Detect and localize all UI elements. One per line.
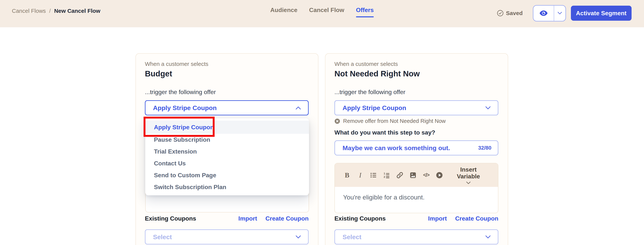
tab-active-underline bbox=[356, 16, 374, 17]
coupon-select[interactable]: Select bbox=[334, 229, 498, 245]
step-say-label: What do you want this step to say? bbox=[334, 129, 498, 136]
flow-tabs: Audience Cancel Flow Offers bbox=[270, 6, 374, 17]
header-actions: Saved bbox=[497, 0, 632, 26]
create-coupon-link[interactable]: Create Coupon bbox=[266, 215, 308, 222]
headline-input-value: Maybe we can work something out. bbox=[342, 144, 450, 152]
preview-options-button[interactable] bbox=[554, 6, 566, 21]
chevron-down-icon bbox=[485, 106, 491, 110]
offer-type-select-value: Apply Stripe Coupon bbox=[153, 104, 217, 112]
trigger-label: ...trigger the following offer bbox=[334, 88, 498, 96]
tab-underline bbox=[270, 16, 298, 17]
tab-cancel-flow[interactable]: Cancel Flow bbox=[309, 6, 344, 17]
remove-offer-label: Remove offer from Not Needed Right Now bbox=[343, 118, 446, 124]
ordered-list-icon[interactable]: 1 2 bbox=[383, 171, 390, 180]
coupon-select[interactable]: Select bbox=[145, 229, 308, 245]
chevron-down-icon bbox=[296, 236, 301, 239]
existing-coupons-label: Existing Coupons bbox=[334, 215, 386, 222]
when-label: When a customer selects bbox=[145, 60, 308, 67]
insert-variable-label: Insert Variable bbox=[457, 166, 480, 180]
trigger-label: ...trigger the following offer bbox=[145, 88, 308, 96]
eye-preview-icon bbox=[539, 10, 548, 16]
remove-offer-button[interactable]: Remove offer from Not Needed Right Now bbox=[334, 118, 498, 124]
offer-panel-budget: When a customer selects Budget ...trigge… bbox=[136, 53, 318, 245]
chevron-up-icon bbox=[296, 106, 301, 110]
dropdown-option-apply-stripe-coupon[interactable]: Apply Stripe Coupon bbox=[145, 121, 309, 134]
svg-text:1: 1 bbox=[384, 172, 385, 175]
offer-type-dropdown-menu: Apply Stripe Coupon Pause Subscription T… bbox=[145, 118, 309, 195]
preview-button[interactable] bbox=[534, 6, 554, 21]
top-bar: Cancel Flows / New Cancel Flow Audience … bbox=[0, 0, 644, 27]
bold-icon[interactable]: B bbox=[343, 171, 351, 180]
saved-label: Saved bbox=[506, 10, 523, 16]
character-counter: 32/80 bbox=[478, 145, 492, 151]
svg-text:2: 2 bbox=[384, 175, 385, 178]
when-label: When a customer selects bbox=[334, 60, 498, 67]
italic-icon[interactable]: I bbox=[356, 171, 364, 180]
tab-offers[interactable]: Offers bbox=[356, 6, 374, 17]
link-icon[interactable] bbox=[396, 171, 404, 180]
insert-variable-button[interactable]: Insert Variable bbox=[448, 166, 488, 184]
rich-text-editor: B I 1 2 bbox=[334, 163, 498, 213]
offer-type-select-value: Apply Stripe Coupon bbox=[342, 104, 406, 112]
remove-x-circle-icon bbox=[334, 118, 340, 124]
breadcrumb-current-page: New Cancel Flow bbox=[54, 8, 100, 14]
import-coupons-link[interactable]: Import bbox=[238, 215, 257, 222]
dropdown-option-pause-subscription[interactable]: Pause Subscription bbox=[145, 134, 309, 146]
editor-toolbar: B I 1 2 bbox=[335, 163, 498, 187]
dropdown-option-switch-subscription-plan[interactable]: Switch Subscription Plan bbox=[145, 181, 309, 193]
tab-underline bbox=[309, 16, 344, 17]
breadcrumb: Cancel Flows / New Cancel Flow bbox=[12, 0, 100, 22]
offer-type-select[interactable]: Apply Stripe Coupon bbox=[145, 100, 308, 115]
dropdown-option-contact-us[interactable]: Contact Us bbox=[145, 158, 309, 169]
breadcrumb-cancel-flows[interactable]: Cancel Flows bbox=[12, 8, 46, 14]
existing-coupons-label: Existing Coupons bbox=[145, 215, 196, 222]
code-icon[interactable]: </> bbox=[422, 171, 430, 180]
video-icon[interactable] bbox=[436, 171, 443, 180]
tab-audience[interactable]: Audience bbox=[270, 6, 298, 17]
coupon-select-placeholder: Select bbox=[153, 233, 172, 241]
breadcrumb-separator: / bbox=[49, 8, 51, 14]
activate-segment-button[interactable]: Activate Segment bbox=[571, 6, 632, 21]
existing-coupons-row: Existing Coupons Import Create Coupon bbox=[334, 215, 498, 222]
editor-body[interactable]: You're eligible for a discount. bbox=[335, 187, 498, 201]
dropdown-option-send-to-custom-page[interactable]: Send to Custom Page bbox=[145, 169, 309, 181]
coupon-select-placeholder: Select bbox=[342, 233, 362, 241]
saved-status: Saved bbox=[497, 9, 523, 17]
chevron-down-icon bbox=[558, 12, 562, 14]
segment-name: Budget bbox=[145, 69, 308, 79]
offer-panel-not-needed: When a customer selects Not Needed Right… bbox=[325, 53, 508, 245]
preview-split-button bbox=[533, 5, 566, 21]
existing-coupons-row: Existing Coupons Import Create Coupon bbox=[145, 215, 308, 222]
dropdown-option-trial-extension[interactable]: Trial Extension bbox=[145, 146, 309, 158]
headline-input[interactable]: Maybe we can work something out. 32/80 bbox=[334, 140, 498, 155]
create-coupon-link[interactable]: Create Coupon bbox=[455, 215, 498, 222]
chevron-down-icon bbox=[485, 236, 491, 239]
check-circle-icon bbox=[497, 9, 504, 17]
bullet-list-icon[interactable] bbox=[370, 171, 378, 180]
offer-type-select[interactable]: Apply Stripe Coupon bbox=[334, 100, 498, 115]
segment-name: Not Needed Right Now bbox=[334, 69, 498, 79]
image-icon[interactable] bbox=[409, 171, 417, 180]
editor-body-text: You're eligible for a discount. bbox=[343, 194, 424, 201]
import-coupons-link[interactable]: Import bbox=[428, 215, 447, 222]
